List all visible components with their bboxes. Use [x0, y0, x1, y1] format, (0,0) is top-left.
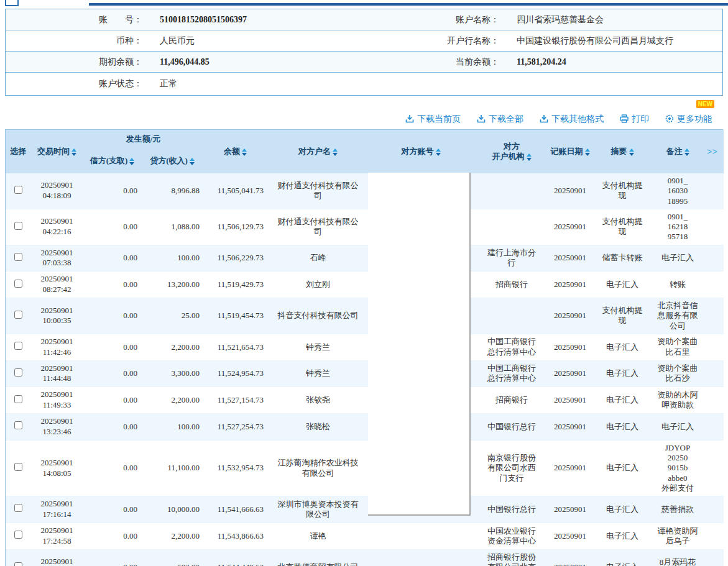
transaction-row: 2025090113:23:460.00100.0011,527,254.73张… — [6, 414, 724, 440]
cell-counterparty-account — [369, 523, 473, 549]
cell-transaction-time: 2025090111:49:33 — [30, 387, 83, 414]
sort-icon — [527, 153, 532, 161]
cell-remark: 电子汇入 — [655, 245, 701, 272]
account-info-panel: 账 号： 51001815208051506397 账户名称： 四川省索玛慈善基… — [5, 9, 723, 96]
new-badge: NEW — [696, 100, 714, 108]
cell-summary: 电子汇入 — [590, 272, 655, 298]
opening-balance-label: 期初余额： — [6, 57, 150, 68]
account-name-value: 四川省索玛慈善基金会 — [507, 14, 722, 25]
table-header: 选择 交易时间 发生额/元 余额 对方户名 对方账号 对方开户机构 记账日期 摘… — [6, 130, 724, 173]
cell-summary: 电子汇入 — [590, 496, 655, 523]
download-all-link[interactable]: 下载全部 — [477, 109, 523, 129]
cell-transaction-time-text: 2025090107:03:38 — [32, 248, 82, 269]
cell-book-date: 20250901 — [550, 440, 590, 496]
cell-balance: 11,532,954.73 — [203, 440, 267, 496]
cell-counterparty-name: 张钦尧 — [267, 387, 369, 414]
cell-book-date: 20250901 — [550, 414, 590, 440]
redaction-overlay — [368, 173, 471, 516]
cell-balance: 11,505,041.73 — [203, 173, 267, 209]
header-book-date[interactable]: 记账日期 — [550, 130, 590, 173]
header-debit[interactable]: 借方(支取) — [83, 148, 141, 173]
cell-credit: 10,000.00 — [141, 496, 203, 523]
cell-credit: 100.00 — [141, 245, 203, 272]
row-checkbox[interactable] — [14, 186, 22, 194]
row-checkbox[interactable] — [14, 395, 22, 403]
cell-select — [6, 360, 30, 387]
expand-columns-button[interactable]: >> — [701, 130, 724, 173]
cell-counterparty-name: 财付通支付科技有限公司 — [267, 209, 369, 245]
cell-counterparty-name: 抖音支付科技有限公司 — [267, 298, 369, 334]
row-checkbox[interactable] — [14, 222, 22, 230]
row-checkbox[interactable] — [14, 531, 22, 539]
row-checkbox[interactable] — [14, 562, 22, 566]
header-counterparty-bank[interactable]: 对方开户机构 — [473, 130, 550, 173]
tab-bar-line — [89, 3, 728, 6]
transaction-table: 选择 交易时间 发生额/元 余额 对方户名 对方账号 对方开户机构 记账日期 摘… — [5, 129, 723, 566]
cell-balance: 11,527,254.73 — [203, 414, 267, 440]
cell-transaction-time: 2025090111:42:46 — [30, 334, 83, 360]
download-icon — [405, 114, 414, 125]
download-other-format-label: 下载其他格式 — [551, 114, 604, 125]
sort-icon — [129, 158, 134, 165]
transaction-row: 2025090117:24:580.002,200.0011,543,866.6… — [6, 523, 724, 549]
cell-remark: 0901_ 16030 18995 — [655, 173, 701, 209]
cell-select — [6, 209, 30, 245]
header-counterparty-account[interactable]: 对方账号 — [369, 130, 473, 173]
header-counterparty-name[interactable]: 对方户名 — [267, 130, 369, 173]
cell-balance: 11,506,129.73 — [203, 209, 267, 245]
cell-book-date: 20250901 — [550, 334, 590, 360]
row-checkbox[interactable] — [14, 253, 22, 261]
account-name-label: 账户名称： — [369, 14, 507, 25]
tab-fragment — [5, 0, 19, 6]
more-functions-link[interactable]: NEW 更多功能 — [665, 109, 712, 129]
sort-icon — [585, 148, 590, 156]
cell-extra — [701, 387, 724, 414]
header-summary[interactable]: 摘要 — [590, 130, 655, 173]
cell-debit: 0.00 — [83, 298, 141, 334]
row-checkbox[interactable] — [14, 463, 22, 471]
cell-credit: 2,200.00 — [141, 523, 203, 549]
cell-remark: 资助个案曲比石里 — [655, 334, 701, 360]
sort-icon — [436, 148, 441, 156]
cell-transaction-time: 2025090114:08:05 — [30, 440, 83, 496]
more-functions-label: 更多功能 — [677, 114, 712, 125]
header-balance[interactable]: 余额 — [203, 130, 267, 173]
row-checkbox[interactable] — [14, 504, 22, 512]
cell-balance: 11,524,954.73 — [203, 360, 267, 387]
row-checkbox[interactable] — [14, 421, 22, 429]
cell-balance: 11,527,154.73 — [203, 387, 267, 414]
cell-counterparty-bank: 中国农业银行资金清算中心 — [473, 523, 550, 549]
cell-select — [6, 440, 30, 496]
cell-summary: 电子汇入 — [590, 414, 655, 440]
download-current-page-link[interactable]: 下载当前页 — [405, 109, 461, 129]
cell-transaction-time: 2025090108:27:42 — [30, 272, 83, 298]
cell-select — [6, 173, 30, 209]
row-checkbox[interactable] — [14, 368, 22, 377]
cell-summary: 电子汇入 — [590, 360, 655, 387]
cell-credit: 2,200.00 — [141, 334, 203, 360]
current-balance-value: 11,581,204.24 — [507, 57, 722, 67]
cell-book-date: 20250901 — [550, 496, 590, 523]
cell-extra — [701, 173, 724, 209]
cell-extra — [701, 272, 724, 298]
account-status-value: 正常 — [150, 78, 369, 89]
cell-credit: 8,996.88 — [141, 173, 203, 209]
currency-label: 币种： — [6, 35, 150, 47]
cell-extra — [701, 496, 724, 523]
transaction-row: 2025090119:38:510.00583.0011,544,449.63北… — [6, 549, 724, 566]
header-transaction-time[interactable]: 交易时间 — [30, 130, 83, 173]
header-remark[interactable]: 备注 — [655, 130, 701, 173]
cell-counterparty-name: 刘立刚 — [267, 272, 369, 298]
row-checkbox[interactable] — [14, 342, 22, 350]
download-other-format-link[interactable]: 下载其他格式 — [540, 109, 604, 129]
cell-credit: 11,100.00 — [141, 440, 203, 496]
row-checkbox[interactable] — [14, 280, 22, 288]
row-checkbox[interactable] — [14, 311, 22, 319]
print-link[interactable]: 打印 — [620, 109, 649, 129]
cell-extra — [701, 209, 724, 245]
cell-remark: JDYOP 20250 9015b abbe0 外部支付 — [655, 440, 701, 496]
cell-counterparty-bank — [473, 209, 550, 245]
cell-balance: 11,543,866.63 — [203, 523, 267, 549]
header-credit[interactable]: 贷方(收入) — [141, 148, 203, 173]
cell-counterparty-bank: 中国银行总行 — [473, 414, 550, 440]
